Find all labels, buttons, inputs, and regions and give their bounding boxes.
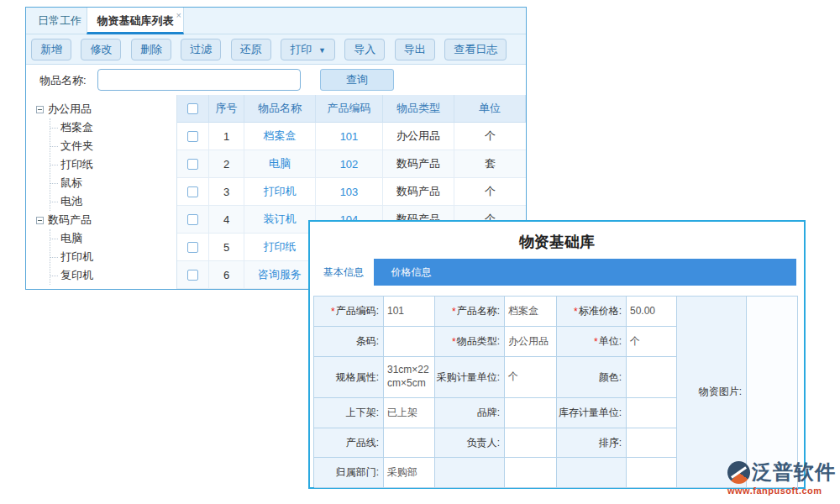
export-button[interactable]: 导出 [395, 39, 435, 60]
tab-basic-info[interactable]: 基本信息 [313, 259, 374, 286]
product-code-link[interactable]: 102 [316, 150, 383, 178]
view-log-button[interactable]: 查看日志 [444, 39, 507, 60]
header-no: 序号 [209, 95, 244, 123]
field-label: 库存计量单位: [557, 398, 627, 428]
barcode-field[interactable] [384, 327, 435, 357]
category-tree: 办公用品 档案盒 文件夹 打印纸 鼠标 电池 数码产品 电脑 打印机 复印机 [26, 95, 177, 289]
tab-daily-work[interactable]: 日常工作 [33, 8, 87, 34]
product-code-field[interactable]: 101 [384, 297, 435, 327]
modify-button[interactable]: 修改 [81, 39, 121, 60]
header-product-code: 产品编码 [316, 95, 383, 123]
tree-group-digital-products[interactable]: 数码产品 [36, 211, 176, 229]
item-type-field[interactable]: 办公用品 [505, 327, 557, 357]
color-field[interactable] [627, 357, 677, 398]
unit-field[interactable]: 个 [627, 327, 677, 357]
field-label: *产品编码: [314, 297, 384, 327]
item-name-link[interactable]: 装订机 [244, 206, 316, 234]
field-label [435, 458, 505, 488]
product-name-field[interactable]: 档案盒 [505, 297, 557, 327]
material-detail-dialog: 物资基础库 基本信息 价格信息 *产品编码: 101 *产品名称: 档案盒 *标… [308, 220, 806, 489]
table-row: 3 打印机 103 数码产品 个 [177, 178, 526, 206]
row-no: 5 [209, 234, 244, 261]
manager-field[interactable] [505, 428, 557, 458]
field-label: 采购计量单位: [435, 357, 505, 398]
product-line-field[interactable] [384, 428, 435, 458]
item-name-link[interactable]: 打印机 [244, 178, 316, 206]
basic-info-form: *产品编码: 101 *产品名称: 档案盒 *标准价格: 50.00 条码: *… [313, 296, 798, 487]
tree-item-computer[interactable]: 电脑 [50, 229, 176, 248]
spec-field[interactable]: 31cm×22cm×5cm [384, 357, 435, 398]
print-button[interactable]: 打印 ▼ [281, 39, 335, 60]
field-label [557, 458, 627, 488]
tree-item-print-paper[interactable]: 打印纸 [50, 155, 176, 174]
field-label: *物品类型: [435, 327, 505, 357]
tab-price-info[interactable]: 价格信息 [381, 259, 441, 286]
restore-button[interactable]: 还原 [231, 39, 271, 60]
field-label: 品牌: [435, 398, 505, 428]
delete-button[interactable]: 删除 [131, 39, 171, 60]
collapse-icon[interactable] [36, 217, 44, 224]
header-item-name: 物品名称 [244, 95, 316, 123]
add-button[interactable]: 新增 [31, 39, 71, 60]
row-checkbox[interactable] [187, 270, 198, 281]
sort-field[interactable] [627, 428, 677, 458]
tree-group-label: 数码产品 [48, 213, 92, 226]
department-field[interactable]: 采购部 [384, 458, 435, 488]
row-checkbox[interactable] [187, 186, 198, 197]
header-unit: 单位 [454, 95, 526, 123]
vendor-logo: 泛普软件 www.fanpusoft.com [727, 459, 837, 496]
tree-group-office-supplies[interactable]: 办公用品 [36, 100, 176, 118]
tree-children: 档案盒 文件夹 打印纸 鼠标 电池 [50, 118, 176, 211]
table-row: 1 档案盒 101 办公用品 个 [177, 123, 526, 150]
item-name-link[interactable]: 档案盒 [244, 123, 316, 150]
unit-cell: 套 [454, 150, 526, 178]
row-checkbox[interactable] [187, 242, 198, 253]
row-no: 3 [209, 178, 244, 206]
select-all-checkbox[interactable] [187, 103, 198, 114]
tree-item-battery[interactable]: 电池 [50, 192, 176, 211]
item-type-cell: 数码产品 [383, 150, 454, 178]
import-button[interactable]: 导入 [344, 39, 385, 60]
page: 日常工作 物资基础库列表 × 新增 修改 删除 过滤 还原 打印 ▼ 导入 导出… [0, 0, 840, 504]
product-code-link[interactable]: 103 [316, 178, 383, 206]
item-type-cell: 数码产品 [383, 178, 454, 206]
tree-item-copier[interactable]: 复印机 [50, 266, 176, 285]
item-name-link[interactable]: 打印纸 [244, 234, 316, 261]
item-name-link[interactable]: 咨询服务 [244, 261, 316, 289]
toolbar: 新增 修改 删除 过滤 还原 打印 ▼ 导入 导出 查看日志 [26, 34, 526, 65]
collapse-icon[interactable] [36, 106, 44, 113]
tab-materials-list[interactable]: 物资基础库列表 × [87, 8, 184, 34]
header-item-type: 物品类型 [383, 95, 454, 123]
tree-item-folder[interactable]: 文件夹 [50, 137, 176, 155]
field-label: *单位: [557, 327, 627, 357]
stock-unit-field[interactable] [627, 398, 677, 428]
tree-item-archive-box[interactable]: 档案盒 [50, 118, 176, 137]
tree-item-mouse[interactable]: 鼠标 [50, 174, 176, 192]
item-name-input[interactable] [97, 69, 301, 91]
table-row: 2 电脑 102 数码产品 套 [177, 150, 526, 178]
brand-field[interactable] [505, 398, 557, 428]
field-label: 排序: [557, 428, 627, 458]
standard-price-field[interactable]: 50.00 [627, 297, 677, 327]
shelf-status-field[interactable]: 已上架 [384, 398, 435, 428]
item-name-link[interactable]: 电脑 [244, 150, 316, 178]
row-no: 2 [209, 150, 244, 178]
purchase-unit-field[interactable]: 个 [505, 357, 557, 398]
product-code-link[interactable]: 101 [316, 123, 383, 150]
item-name-label: 物品名称: [39, 73, 87, 88]
row-checkbox[interactable] [187, 131, 198, 142]
tree-group-label: 办公用品 [48, 102, 92, 115]
row-checkbox[interactable] [187, 214, 198, 225]
close-tab-icon[interactable]: × [176, 3, 181, 29]
row-checkbox[interactable] [187, 159, 198, 170]
filter-button[interactable]: 过滤 [181, 39, 221, 60]
tree-item-printer[interactable]: 打印机 [50, 248, 176, 266]
form-grid: *产品编码: 101 *产品名称: 档案盒 *标准价格: 50.00 条码: *… [314, 297, 677, 487]
empty-field [627, 458, 677, 488]
query-button[interactable]: 查询 [320, 69, 394, 91]
window-tabbar: 日常工作 物资基础库列表 × [26, 8, 526, 34]
select-all-cell [177, 95, 209, 123]
empty-field [505, 458, 557, 488]
field-label: *产品名称: [435, 297, 505, 327]
unit-cell: 个 [454, 123, 526, 150]
